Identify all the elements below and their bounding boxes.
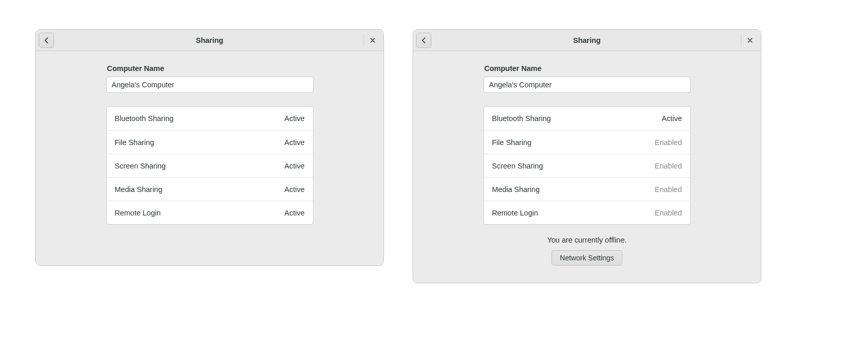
computer-name-label: Computer Name: [107, 64, 314, 73]
back-button[interactable]: [416, 33, 431, 48]
close-icon: [747, 37, 753, 43]
sharing-window-offline: Sharing Computer Name Bluetooth Sharing …: [413, 29, 761, 283]
list-item[interactable]: File Sharing Active: [107, 130, 313, 154]
service-label: Remote Login: [115, 209, 161, 217]
list-item[interactable]: Remote Login Enabled: [484, 201, 690, 224]
sharing-window-online: Sharing Computer Name Bluetooth Sharing …: [35, 29, 384, 266]
computer-name-input[interactable]: [484, 77, 691, 93]
service-status: Enabled: [655, 138, 682, 147]
content-area: Computer Name Bluetooth Sharing Active F…: [36, 51, 383, 235]
service-label: Media Sharing: [115, 185, 163, 194]
close-button[interactable]: [365, 33, 380, 48]
service-label: Screen Sharing: [492, 162, 543, 170]
chevron-left-icon: [420, 37, 427, 44]
service-status: Enabled: [655, 162, 682, 170]
list-item[interactable]: Bluetooth Sharing Active: [107, 107, 313, 130]
list-item[interactable]: Remote Login Active: [107, 201, 313, 224]
service-status: Active: [662, 114, 682, 123]
computer-name-input[interactable]: [106, 77, 314, 93]
window-title: Sharing: [36, 36, 383, 44]
headerbar-separator: [364, 34, 364, 47]
service-status: Enabled: [655, 185, 682, 194]
list-item[interactable]: Bluetooth Sharing Active: [484, 107, 690, 130]
chevron-left-icon: [43, 37, 50, 44]
content-area: Computer Name Bluetooth Sharing Active F…: [413, 51, 761, 276]
service-label: File Sharing: [492, 138, 532, 147]
service-label: File Sharing: [115, 138, 154, 147]
headerbar-separator: [741, 34, 741, 47]
network-settings-button[interactable]: Network Settings: [551, 250, 623, 266]
list-item[interactable]: Media Sharing Active: [107, 177, 313, 201]
network-settings-label: Network Settings: [560, 254, 614, 262]
service-label: Remote Login: [492, 209, 538, 217]
service-label: Bluetooth Sharing: [115, 114, 174, 123]
offline-notice: You are currently offline. Network Setti…: [484, 236, 691, 266]
service-label: Bluetooth Sharing: [492, 114, 551, 123]
headerbar: Sharing: [36, 30, 383, 51]
service-status: Active: [284, 209, 305, 217]
headerbar: Sharing: [413, 30, 761, 51]
service-label: Screen Sharing: [115, 162, 166, 170]
service-status: Active: [284, 138, 305, 147]
sharing-services-list: Bluetooth Sharing Active File Sharing Ac…: [106, 106, 314, 225]
close-icon: [370, 37, 376, 43]
window-title: Sharing: [413, 36, 761, 44]
close-button[interactable]: [742, 33, 758, 48]
service-status: Active: [284, 185, 305, 194]
computer-name-label: Computer Name: [485, 64, 691, 73]
back-button[interactable]: [39, 33, 54, 48]
list-item[interactable]: File Sharing Enabled: [484, 130, 690, 154]
offline-message: You are currently offline.: [484, 236, 691, 244]
list-item[interactable]: Screen Sharing Enabled: [484, 154, 690, 177]
list-item[interactable]: Media Sharing Enabled: [484, 177, 690, 201]
sharing-services-list: Bluetooth Sharing Active File Sharing En…: [484, 106, 691, 225]
list-item[interactable]: Screen Sharing Active: [107, 154, 313, 177]
service-status: Active: [284, 162, 305, 170]
service-label: Media Sharing: [492, 185, 540, 194]
service-status: Enabled: [655, 209, 682, 217]
service-status: Active: [284, 114, 305, 123]
